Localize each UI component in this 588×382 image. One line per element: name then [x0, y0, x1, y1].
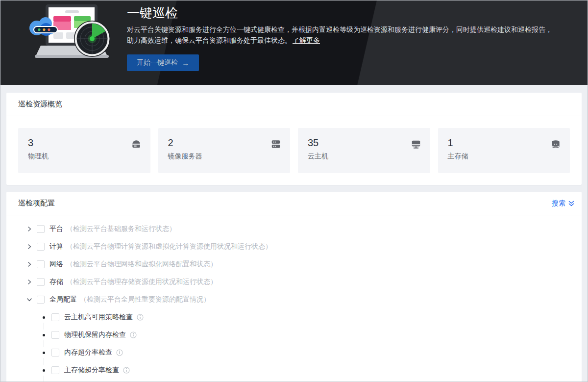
group-checkbox[interactable]: [37, 225, 45, 233]
group-description: （检测云平台物理网络和虚拟化网络配置和状态）: [66, 260, 217, 269]
item-checkbox[interactable]: [51, 313, 59, 321]
hero-banner: 一键巡检 对云平台关键资源和服务进行全方位一键式健康检查，并根据内置巡检等级为巡…: [0, 0, 588, 85]
item-checkbox[interactable]: [51, 366, 59, 374]
arrow-right-icon: →: [182, 59, 189, 67]
learn-more-link[interactable]: 了解更多: [293, 36, 320, 44]
stat-card-primary-storage: 1 主存储: [438, 128, 570, 173]
group-label: 计算: [49, 242, 63, 251]
stat-card-image-server: 2 镜像服务器: [158, 128, 291, 173]
stat-card-physical-machine: 3 物理机: [18, 128, 150, 173]
stat-label: 云主机: [308, 151, 420, 161]
bullet-icon: [43, 334, 45, 336]
chevron-right-icon[interactable]: [26, 243, 33, 250]
group-description: （检测云平台物理存储资源使用状况和运行状态）: [66, 278, 217, 286]
page-title: 一键巡检: [127, 4, 568, 21]
item-label: 内存超分率检查: [64, 348, 112, 357]
tree-item-host-reserved-memory-check: 物理机保留内存检查: [6, 326, 570, 344]
bullet-icon: [43, 316, 45, 319]
inspection-config-title: 巡检项配置: [18, 199, 55, 208]
info-icon[interactable]: [116, 349, 123, 356]
tree-item-vm-ha-policy-check: 云主机高可用策略检查: [6, 308, 570, 326]
search-toggle-label: 搜索: [552, 199, 565, 208]
stat-row: 3 物理机 2 镜像服务器 35 云主机: [6, 116, 582, 185]
resource-overview-title: 巡检资源概览: [18, 100, 62, 109]
cloud-host-icon: [411, 139, 421, 150]
stat-value: 3: [28, 136, 141, 149]
inspection-config-header: 巡检项配置 搜索: [6, 192, 582, 215]
tree-group-storage: 存储 （检测云平台物理存储资源使用状况和运行状态）: [6, 273, 570, 291]
stat-label: 镜像服务器: [168, 151, 281, 161]
group-checkbox[interactable]: [37, 260, 45, 268]
stat-value: 1: [448, 136, 561, 149]
group-description: （检测云平台物理计算资源和虚拟化计算资源使用状况和运行状态）: [66, 242, 272, 251]
item-checkbox[interactable]: [51, 331, 59, 339]
start-inspection-button-label: 开始一键巡检: [137, 58, 178, 67]
bullet-icon: [43, 352, 45, 354]
group-description: （检测云平台全局性重要资源的配置情况）: [80, 295, 210, 304]
group-checkbox[interactable]: [37, 296, 45, 304]
info-icon[interactable]: [137, 314, 144, 321]
group-label: 存储: [49, 278, 63, 286]
resource-overview-card: 巡检资源概览 3 物理机 2 镜像服务器 35 云主机: [6, 93, 582, 185]
chevron-right-icon[interactable]: [26, 261, 33, 268]
tree-group-global-config: 全局配置 （检测云平台全局性重要资源的配置情况）: [6, 291, 570, 308]
item-label: 物理机保留内存检查: [64, 331, 126, 339]
inspection-tree: 平台 （检测云平台基础服务和运行状态） 计算 （检测云平台物理计算资源和虚拟化计…: [6, 215, 582, 382]
chevron-down-icon[interactable]: [26, 296, 33, 303]
start-inspection-button[interactable]: 开始一键巡检 →: [127, 54, 199, 71]
hero-description: 对云平台关键资源和服务进行全方位一键式健康检查，并根据内置巡检等级为巡检资源和服…: [127, 24, 557, 46]
search-toggle-link[interactable]: 搜索: [552, 199, 575, 208]
info-icon[interactable]: [123, 367, 130, 374]
stat-card-cloud-host: 35 云主机: [298, 128, 430, 173]
hero-description-text: 对云平台关键资源和服务进行全方位一键式健康检查，并根据内置巡检等级为巡检资源和服…: [127, 25, 552, 44]
page-body: 巡检资源概览 3 物理机 2 镜像服务器 35 云主机: [0, 85, 588, 382]
chevron-right-icon[interactable]: [26, 226, 33, 232]
inspection-config-card: 巡检项配置 搜索 平台 （检测云平台基础服务和运行状态） 计算 （检测云平台物理…: [6, 192, 582, 382]
stat-label: 物理机: [28, 151, 141, 161]
chevron-right-icon[interactable]: [26, 279, 33, 285]
double-chevron-down-icon: [568, 200, 575, 207]
group-label: 网络: [49, 260, 63, 269]
item-label: 主存储超分率检查: [64, 366, 119, 375]
group-checkbox[interactable]: [37, 243, 45, 251]
stat-value: 35: [308, 136, 420, 149]
tree-item-memory-overcommit-check: 内存超分率检查: [6, 344, 570, 361]
primary-storage-icon: [550, 139, 561, 150]
item-label: 云主机高可用策略检查: [64, 313, 133, 322]
tree-group-compute: 计算 （检测云平台物理计算资源和虚拟化计算资源使用状况和运行状态）: [6, 238, 570, 255]
image-server-icon: [270, 139, 281, 150]
info-icon[interactable]: [130, 331, 137, 338]
stat-label: 主存储: [448, 151, 561, 161]
tree-group-platform: 平台 （检测云平台基础服务和运行状态）: [6, 220, 570, 238]
group-description: （检测云平台基础服务和运行状态）: [66, 225, 176, 233]
tree-item-primary-storage-overcommit-check: 主存储超分率检查: [6, 361, 570, 379]
physical-machine-icon: [131, 139, 142, 150]
laptop-radar-cloud-illustration: [26, 1, 119, 64]
tree-group-network: 网络 （检测云平台物理网络和虚拟化网络配置和状态）: [6, 255, 570, 273]
group-checkbox[interactable]: [37, 278, 45, 286]
group-label: 平台: [49, 225, 63, 233]
group-label: 全局配置: [49, 295, 77, 304]
bullet-icon: [43, 369, 45, 372]
item-checkbox[interactable]: [51, 349, 59, 357]
resource-overview-header: 巡检资源概览: [6, 93, 582, 116]
stat-value: 2: [168, 136, 281, 149]
